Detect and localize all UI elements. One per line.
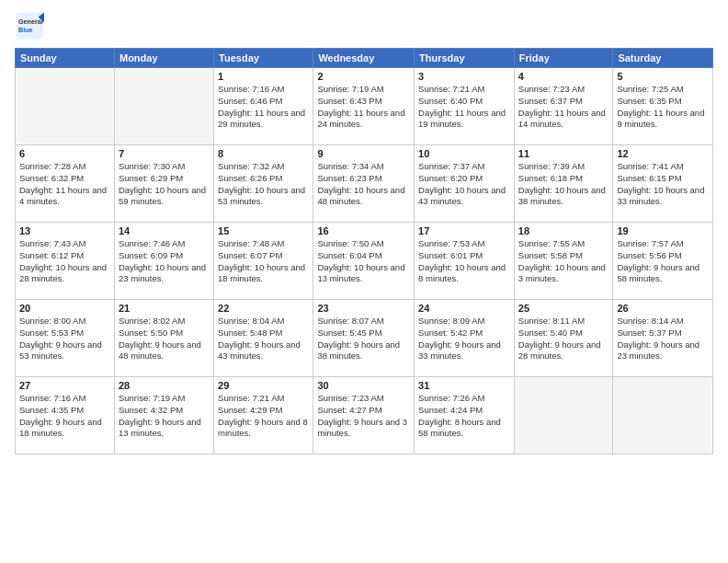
calendar-cell <box>514 377 613 454</box>
week-row-1: 1Sunrise: 7:16 AM Sunset: 6:46 PM Daylig… <box>16 68 713 145</box>
day-number: 23 <box>317 303 410 314</box>
page-header: General Blue <box>15 11 713 40</box>
day-number: 17 <box>418 225 510 236</box>
calendar-cell: 27Sunrise: 7:16 AM Sunset: 4:35 PM Dayli… <box>16 377 115 454</box>
weekday-header-row: SundayMondayTuesdayWednesdayThursdayFrid… <box>16 49 713 68</box>
day-info: Sunrise: 8:02 AM Sunset: 5:50 PM Dayligh… <box>119 316 210 362</box>
calendar-cell: 19Sunrise: 7:57 AM Sunset: 5:56 PM Dayli… <box>613 223 713 300</box>
calendar-cell: 20Sunrise: 8:00 AM Sunset: 5:53 PM Dayli… <box>16 300 115 377</box>
day-info: Sunrise: 7:28 AM Sunset: 6:32 PM Dayligh… <box>19 161 110 208</box>
day-info: Sunrise: 7:19 AM Sunset: 6:43 PM Dayligh… <box>317 84 410 131</box>
calendar-cell: 14Sunrise: 7:46 AM Sunset: 6:09 PM Dayli… <box>114 223 213 300</box>
day-info: Sunrise: 7:19 AM Sunset: 4:32 PM Dayligh… <box>119 393 210 440</box>
calendar-cell: 15Sunrise: 7:48 AM Sunset: 6:07 PM Dayli… <box>214 223 313 300</box>
week-row-3: 13Sunrise: 7:43 AM Sunset: 6:12 PM Dayli… <box>16 223 713 300</box>
day-info: Sunrise: 7:16 AM Sunset: 4:35 PM Dayligh… <box>19 393 110 440</box>
day-info: Sunrise: 7:23 AM Sunset: 4:27 PM Dayligh… <box>317 393 410 440</box>
day-info: Sunrise: 8:09 AM Sunset: 5:42 PM Dayligh… <box>418 316 510 362</box>
day-info: Sunrise: 7:48 AM Sunset: 6:07 PM Dayligh… <box>218 238 309 285</box>
day-number: 25 <box>518 303 609 314</box>
day-number: 27 <box>19 380 110 391</box>
day-number: 9 <box>317 148 410 159</box>
calendar-cell: 24Sunrise: 8:09 AM Sunset: 5:42 PM Dayli… <box>415 300 515 377</box>
svg-text:Blue: Blue <box>18 26 33 34</box>
day-info: Sunrise: 7:55 AM Sunset: 5:58 PM Dayligh… <box>518 238 609 285</box>
week-row-2: 6Sunrise: 7:28 AM Sunset: 6:32 PM Daylig… <box>16 145 713 223</box>
day-number: 21 <box>119 303 210 314</box>
day-info: Sunrise: 7:16 AM Sunset: 6:46 PM Dayligh… <box>218 84 309 131</box>
calendar-cell: 6Sunrise: 7:28 AM Sunset: 6:32 PM Daylig… <box>16 145 115 223</box>
calendar-cell: 22Sunrise: 8:04 AM Sunset: 5:48 PM Dayli… <box>214 300 313 377</box>
calendar-cell: 18Sunrise: 7:55 AM Sunset: 5:58 PM Dayli… <box>514 223 613 300</box>
calendar-cell: 30Sunrise: 7:23 AM Sunset: 4:27 PM Dayli… <box>313 377 415 454</box>
day-number: 14 <box>119 225 210 236</box>
day-info: Sunrise: 8:07 AM Sunset: 5:45 PM Dayligh… <box>317 316 410 362</box>
day-number: 22 <box>218 303 309 314</box>
weekday-header-sunday: Sunday <box>16 49 115 68</box>
day-number: 3 <box>418 71 510 82</box>
day-number: 13 <box>19 225 110 236</box>
day-info: Sunrise: 7:50 AM Sunset: 6:04 PM Dayligh… <box>317 238 410 285</box>
day-info: Sunrise: 7:21 AM Sunset: 6:40 PM Dayligh… <box>418 84 510 131</box>
day-number: 28 <box>119 380 210 391</box>
weekday-header-thursday: Thursday <box>415 49 515 68</box>
day-info: Sunrise: 7:25 AM Sunset: 6:35 PM Dayligh… <box>617 84 709 131</box>
calendar-cell: 4Sunrise: 7:23 AM Sunset: 6:37 PM Daylig… <box>514 68 613 145</box>
calendar-cell: 12Sunrise: 7:41 AM Sunset: 6:15 PM Dayli… <box>613 145 713 223</box>
day-number: 7 <box>119 148 210 159</box>
calendar-table: SundayMondayTuesdayWednesdayThursdayFrid… <box>15 48 713 454</box>
day-number: 4 <box>518 71 609 82</box>
weekday-header-monday: Monday <box>114 49 213 68</box>
day-info: Sunrise: 7:34 AM Sunset: 6:23 PM Dayligh… <box>317 161 410 208</box>
day-number: 5 <box>617 71 709 82</box>
day-info: Sunrise: 7:41 AM Sunset: 6:15 PM Dayligh… <box>617 161 709 208</box>
weekday-header-friday: Friday <box>514 49 613 68</box>
logo-icon: General Blue <box>15 11 44 40</box>
day-number: 30 <box>317 380 410 391</box>
day-number: 2 <box>317 71 410 82</box>
weekday-header-saturday: Saturday <box>613 49 713 68</box>
day-number: 6 <box>19 148 110 159</box>
day-number: 1 <box>218 71 309 82</box>
day-number: 29 <box>218 380 309 391</box>
calendar-cell: 17Sunrise: 7:53 AM Sunset: 6:01 PM Dayli… <box>415 223 515 300</box>
calendar-cell: 1Sunrise: 7:16 AM Sunset: 6:46 PM Daylig… <box>214 68 313 145</box>
day-info: Sunrise: 7:39 AM Sunset: 6:18 PM Dayligh… <box>518 161 609 208</box>
day-number: 20 <box>19 303 110 314</box>
day-number: 12 <box>617 148 709 159</box>
calendar-cell: 8Sunrise: 7:32 AM Sunset: 6:26 PM Daylig… <box>214 145 313 223</box>
calendar-cell: 31Sunrise: 7:26 AM Sunset: 4:24 PM Dayli… <box>415 377 515 454</box>
day-number: 16 <box>317 225 410 236</box>
day-number: 8 <box>218 148 309 159</box>
day-number: 18 <box>518 225 609 236</box>
calendar-cell: 13Sunrise: 7:43 AM Sunset: 6:12 PM Dayli… <box>16 223 115 300</box>
calendar-cell: 16Sunrise: 7:50 AM Sunset: 6:04 PM Dayli… <box>313 223 415 300</box>
day-info: Sunrise: 8:04 AM Sunset: 5:48 PM Dayligh… <box>218 316 309 362</box>
day-number: 15 <box>218 225 309 236</box>
day-info: Sunrise: 8:00 AM Sunset: 5:53 PM Dayligh… <box>19 316 110 362</box>
calendar-cell: 28Sunrise: 7:19 AM Sunset: 4:32 PM Dayli… <box>114 377 213 454</box>
day-number: 19 <box>617 225 709 236</box>
day-info: Sunrise: 7:37 AM Sunset: 6:20 PM Dayligh… <box>418 161 510 208</box>
calendar-cell: 25Sunrise: 8:11 AM Sunset: 5:40 PM Dayli… <box>514 300 613 377</box>
calendar-cell: 2Sunrise: 7:19 AM Sunset: 6:43 PM Daylig… <box>313 68 415 145</box>
day-number: 24 <box>418 303 510 314</box>
day-number: 26 <box>617 303 709 314</box>
day-info: Sunrise: 7:26 AM Sunset: 4:24 PM Dayligh… <box>418 393 510 440</box>
day-number: 10 <box>418 148 510 159</box>
day-info: Sunrise: 7:43 AM Sunset: 6:12 PM Dayligh… <box>19 238 110 285</box>
calendar-cell: 7Sunrise: 7:30 AM Sunset: 6:29 PM Daylig… <box>114 145 213 223</box>
svg-text:General: General <box>18 17 43 26</box>
day-info: Sunrise: 7:21 AM Sunset: 4:29 PM Dayligh… <box>218 393 309 440</box>
calendar-cell: 29Sunrise: 7:21 AM Sunset: 4:29 PM Dayli… <box>214 377 313 454</box>
logo: General Blue <box>15 11 44 40</box>
calendar-cell <box>613 377 713 454</box>
day-info: Sunrise: 7:46 AM Sunset: 6:09 PM Dayligh… <box>119 238 210 285</box>
day-info: Sunrise: 7:30 AM Sunset: 6:29 PM Dayligh… <box>119 161 210 208</box>
day-number: 31 <box>418 380 510 391</box>
weekday-header-tuesday: Tuesday <box>214 49 313 68</box>
calendar-cell: 23Sunrise: 8:07 AM Sunset: 5:45 PM Dayli… <box>313 300 415 377</box>
calendar-cell: 9Sunrise: 7:34 AM Sunset: 6:23 PM Daylig… <box>313 145 415 223</box>
calendar-cell: 3Sunrise: 7:21 AM Sunset: 6:40 PM Daylig… <box>415 68 515 145</box>
day-info: Sunrise: 8:11 AM Sunset: 5:40 PM Dayligh… <box>518 316 609 362</box>
